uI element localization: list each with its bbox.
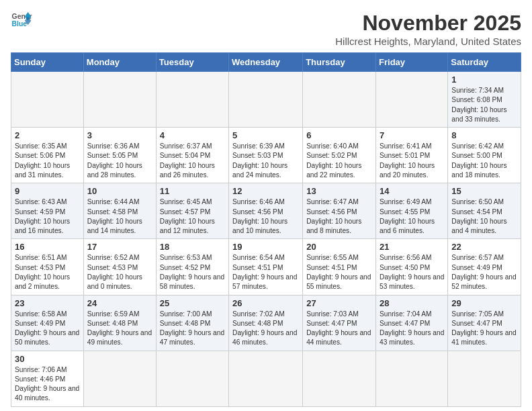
day-number: 29 <box>451 298 517 308</box>
calendar-cell <box>376 351 448 406</box>
day-number: 10 <box>87 186 152 196</box>
day-info: Sunrise: 6:53 AM Sunset: 4:52 PM Dayligh… <box>160 253 225 291</box>
calendar-cell <box>229 72 303 128</box>
weekday-header-saturday: Saturday <box>448 53 521 72</box>
calendar-cell: 24Sunrise: 6:59 AM Sunset: 4:48 PM Dayli… <box>83 295 156 351</box>
day-number: 1 <box>451 75 517 85</box>
calendar-cell: 22Sunrise: 6:57 AM Sunset: 4:49 PM Dayli… <box>448 239 521 295</box>
calendar-week-row: 2Sunrise: 6:35 AM Sunset: 5:06 PM Daylig… <box>11 128 521 183</box>
day-number: 12 <box>232 186 299 196</box>
day-info: Sunrise: 6:37 AM Sunset: 5:04 PM Dayligh… <box>160 142 225 180</box>
svg-text:Blue: Blue <box>12 20 28 28</box>
location-title: Hillcrest Heights, Maryland, United Stat… <box>335 36 521 47</box>
day-number: 14 <box>380 186 444 196</box>
day-info: Sunrise: 6:59 AM Sunset: 4:48 PM Dayligh… <box>87 310 152 348</box>
day-info: Sunrise: 7:34 AM Sunset: 6:08 PM Dayligh… <box>451 86 517 124</box>
day-number: 11 <box>160 186 225 196</box>
calendar-cell: 30Sunrise: 7:06 AM Sunset: 4:46 PM Dayli… <box>11 351 84 406</box>
calendar-cell: 8Sunrise: 6:42 AM Sunset: 5:00 PM Daylig… <box>448 128 521 183</box>
day-info: Sunrise: 6:52 AM Sunset: 4:53 PM Dayligh… <box>87 253 152 291</box>
day-number: 24 <box>87 298 152 308</box>
day-info: Sunrise: 6:46 AM Sunset: 4:56 PM Dayligh… <box>232 197 299 236</box>
calendar-cell: 27Sunrise: 7:03 AM Sunset: 4:47 PM Dayli… <box>303 295 376 351</box>
day-number: 28 <box>380 298 444 308</box>
calendar-cell: 10Sunrise: 6:44 AM Sunset: 4:58 PM Dayli… <box>83 183 156 239</box>
calendar-cell: 5Sunrise: 6:39 AM Sunset: 5:03 PM Daylig… <box>229 128 303 183</box>
calendar-cell <box>376 72 448 128</box>
day-info: Sunrise: 6:42 AM Sunset: 5:00 PM Dayligh… <box>451 142 517 180</box>
day-info: Sunrise: 6:39 AM Sunset: 5:03 PM Dayligh… <box>232 142 299 180</box>
day-info: Sunrise: 6:40 AM Sunset: 5:02 PM Dayligh… <box>306 142 372 180</box>
calendar-week-row: 16Sunrise: 6:51 AM Sunset: 4:53 PM Dayli… <box>11 239 521 295</box>
day-number: 20 <box>306 242 372 252</box>
calendar-cell: 26Sunrise: 7:02 AM Sunset: 4:48 PM Dayli… <box>229 295 303 351</box>
calendar-cell: 17Sunrise: 6:52 AM Sunset: 4:53 PM Dayli… <box>83 239 156 295</box>
day-number: 23 <box>15 298 80 308</box>
calendar-cell: 28Sunrise: 7:04 AM Sunset: 4:47 PM Dayli… <box>376 295 448 351</box>
calendar-cell: 14Sunrise: 6:49 AM Sunset: 4:55 PM Dayli… <box>376 183 448 239</box>
calendar-table: SundayMondayTuesdayWednesdayThursdayFrid… <box>11 52 521 407</box>
day-number: 22 <box>451 242 517 252</box>
day-info: Sunrise: 7:05 AM Sunset: 4:47 PM Dayligh… <box>451 310 517 348</box>
day-info: Sunrise: 6:49 AM Sunset: 4:55 PM Dayligh… <box>380 197 444 236</box>
calendar-cell: 13Sunrise: 6:47 AM Sunset: 4:56 PM Dayli… <box>303 183 376 239</box>
day-number: 17 <box>87 242 152 252</box>
day-info: Sunrise: 6:41 AM Sunset: 5:01 PM Dayligh… <box>380 142 444 180</box>
calendar-week-row: 9Sunrise: 6:43 AM Sunset: 4:59 PM Daylig… <box>11 183 521 239</box>
month-title: November 2025 <box>335 11 521 36</box>
day-info: Sunrise: 6:55 AM Sunset: 4:51 PM Dayligh… <box>306 253 372 291</box>
day-info: Sunrise: 7:02 AM Sunset: 4:48 PM Dayligh… <box>232 310 299 348</box>
day-info: Sunrise: 7:06 AM Sunset: 4:46 PM Dayligh… <box>15 365 80 404</box>
calendar-cell: 12Sunrise: 6:46 AM Sunset: 4:56 PM Dayli… <box>229 183 303 239</box>
day-info: Sunrise: 6:35 AM Sunset: 5:06 PM Dayligh… <box>15 142 80 180</box>
calendar-cell <box>303 351 376 406</box>
day-info: Sunrise: 6:36 AM Sunset: 5:05 PM Dayligh… <box>87 142 152 180</box>
day-number: 18 <box>160 242 225 252</box>
logo-icon: General Blue <box>11 11 32 30</box>
calendar-cell: 16Sunrise: 6:51 AM Sunset: 4:53 PM Dayli… <box>11 239 84 295</box>
day-number: 7 <box>380 130 444 140</box>
day-number: 2 <box>15 130 80 140</box>
calendar-cell: 21Sunrise: 6:56 AM Sunset: 4:50 PM Dayli… <box>376 239 448 295</box>
day-number: 13 <box>306 186 372 196</box>
day-number: 6 <box>306 130 372 140</box>
weekday-header-monday: Monday <box>83 53 156 72</box>
day-number: 30 <box>15 354 80 364</box>
calendar-cell <box>83 351 156 406</box>
day-info: Sunrise: 6:47 AM Sunset: 4:56 PM Dayligh… <box>306 197 372 236</box>
day-info: Sunrise: 7:00 AM Sunset: 4:48 PM Dayligh… <box>160 310 225 348</box>
title-area: November 2025 Hillcrest Heights, Marylan… <box>335 11 521 47</box>
day-number: 21 <box>380 242 444 252</box>
day-number: 5 <box>232 130 299 140</box>
day-number: 16 <box>15 242 80 252</box>
day-number: 19 <box>232 242 299 252</box>
calendar-cell: 15Sunrise: 6:50 AM Sunset: 4:54 PM Dayli… <box>448 183 521 239</box>
day-info: Sunrise: 6:45 AM Sunset: 4:57 PM Dayligh… <box>160 197 225 236</box>
calendar-cell <box>156 351 228 406</box>
calendar-cell: 25Sunrise: 7:00 AM Sunset: 4:48 PM Dayli… <box>156 295 228 351</box>
calendar-cell: 4Sunrise: 6:37 AM Sunset: 5:04 PM Daylig… <box>156 128 228 183</box>
day-info: Sunrise: 6:51 AM Sunset: 4:53 PM Dayligh… <box>15 253 80 291</box>
day-number: 3 <box>87 130 152 140</box>
day-info: Sunrise: 6:56 AM Sunset: 4:50 PM Dayligh… <box>380 253 444 291</box>
calendar-cell: 18Sunrise: 6:53 AM Sunset: 4:52 PM Dayli… <box>156 239 228 295</box>
day-number: 15 <box>451 186 517 196</box>
day-info: Sunrise: 7:03 AM Sunset: 4:47 PM Dayligh… <box>306 310 372 348</box>
weekday-header-tuesday: Tuesday <box>156 53 228 72</box>
day-number: 26 <box>232 298 299 308</box>
calendar-week-row: 1Sunrise: 7:34 AM Sunset: 6:08 PM Daylig… <box>11 72 521 128</box>
calendar-week-row: 23Sunrise: 6:58 AM Sunset: 4:49 PM Dayli… <box>11 295 521 351</box>
calendar-cell: 7Sunrise: 6:41 AM Sunset: 5:01 PM Daylig… <box>376 128 448 183</box>
day-info: Sunrise: 6:57 AM Sunset: 4:49 PM Dayligh… <box>451 253 517 291</box>
day-number: 8 <box>451 130 517 140</box>
calendar-cell: 2Sunrise: 6:35 AM Sunset: 5:06 PM Daylig… <box>11 128 84 183</box>
day-info: Sunrise: 6:58 AM Sunset: 4:49 PM Dayligh… <box>15 310 80 348</box>
day-info: Sunrise: 6:54 AM Sunset: 4:51 PM Dayligh… <box>232 253 299 291</box>
day-number: 25 <box>160 298 225 308</box>
calendar-cell <box>11 72 84 128</box>
day-info: Sunrise: 6:44 AM Sunset: 4:58 PM Dayligh… <box>87 197 152 236</box>
calendar-week-row: 30Sunrise: 7:06 AM Sunset: 4:46 PM Dayli… <box>11 351 521 406</box>
day-info: Sunrise: 6:50 AM Sunset: 4:54 PM Dayligh… <box>451 197 517 236</box>
calendar-cell <box>83 72 156 128</box>
calendar-cell: 1Sunrise: 7:34 AM Sunset: 6:08 PM Daylig… <box>448 72 521 128</box>
